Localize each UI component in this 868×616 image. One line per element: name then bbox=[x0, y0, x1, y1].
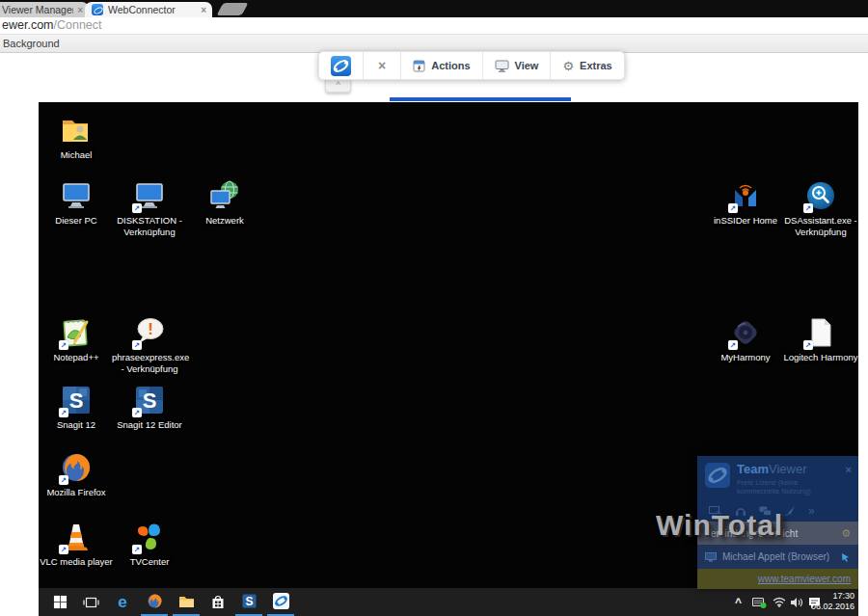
notepadpp-icon: ↗ bbox=[60, 316, 93, 349]
desktop-icon-firefox[interactable]: ↗ Mozilla Firefox bbox=[39, 451, 114, 498]
close-session-button[interactable]: × bbox=[363, 52, 400, 79]
tab-management-console[interactable]: Viewer Managemen × bbox=[0, 2, 89, 17]
tray-expand-button[interactable]: ^ bbox=[735, 588, 742, 616]
desktop-icon-michael[interactable]: Michael bbox=[39, 114, 114, 161]
taskbar: e S bbox=[39, 588, 858, 616]
start-button[interactable] bbox=[46, 588, 73, 616]
toolbar-collapse-tab[interactable]: ^ bbox=[325, 79, 351, 93]
desktop-icon-diskstation[interactable]: ↗ DISKSTATION - Verknüpfung bbox=[112, 179, 187, 237]
icon-label: Logitech Harmony bbox=[783, 352, 858, 363]
icon-label: Michael bbox=[39, 149, 114, 161]
actions-menu-button[interactable]: Actions bbox=[400, 52, 481, 79]
icon-label: VLC media player bbox=[39, 556, 114, 568]
snagit-letter: S bbox=[143, 388, 157, 413]
shortcut-arrow-icon: ↗ bbox=[728, 203, 738, 213]
myharmony-icon: ↗ bbox=[729, 316, 762, 349]
icon-label: TVCenter bbox=[112, 556, 187, 568]
inssider-icon: ↗ bbox=[729, 179, 762, 212]
connection-user-label: Michael Appelt (Browser) bbox=[722, 551, 829, 562]
desktop-icon-vlc[interactable]: ↗ VLC media player bbox=[39, 521, 114, 568]
shortcut-arrow-icon: ↗ bbox=[132, 545, 142, 554]
shortcut-arrow-icon: ↗ bbox=[803, 203, 813, 213]
icon-label: phraseexpress.exe - Verknüpfung bbox=[112, 352, 187, 374]
teamviewer-panel-header: TeamViewer Freie Lizenz (keine kommerzie… bbox=[697, 456, 858, 500]
icon-label: Netzwerk bbox=[187, 215, 262, 227]
task-view-button[interactable] bbox=[77, 588, 104, 616]
desktop-icon-dieser-pc[interactable]: Dieser PC bbox=[39, 179, 114, 227]
shortcut-arrow-icon: ↗ bbox=[132, 340, 142, 350]
desktop-icon-notepadpp[interactable]: ↗ Notepad++ bbox=[39, 316, 114, 363]
actions-icon bbox=[413, 60, 425, 72]
url-path: /Connect bbox=[54, 18, 102, 32]
taskbar-clock[interactable]: 17:30 06.02.2016 bbox=[799, 591, 854, 612]
chevron-up-icon: ^ bbox=[735, 596, 742, 609]
remote-desktop[interactable]: Michael Dieser PC ↗ DISKSTATION - Verknü… bbox=[39, 102, 858, 616]
teamviewer-favicon-icon bbox=[92, 4, 103, 15]
desktop-icon-logitech-harmony[interactable]: ↗ Logitech Harmony bbox=[783, 316, 858, 363]
panel-close-icon[interactable]: × bbox=[846, 464, 852, 475]
network-drive-icon: ↗ bbox=[133, 179, 166, 212]
address-bar[interactable]: ewer.com/Connect bbox=[0, 17, 868, 35]
shortcut-arrow-icon: ↗ bbox=[59, 408, 68, 417]
view-label: View bbox=[515, 60, 539, 71]
tab-webconnector[interactable]: WebConnector × bbox=[85, 2, 212, 17]
desktop-icon-phraseexpress[interactable]: ! ↗ phraseexpress.exe - Verknüpfung bbox=[112, 316, 187, 374]
settings-gear-icon[interactable]: ⚙ bbox=[841, 527, 851, 540]
shortcut-arrow-icon: ↗ bbox=[803, 340, 813, 350]
desktop-icon-netzwerk[interactable]: Netzwerk bbox=[187, 179, 262, 227]
phraseexpress-icon: ! ↗ bbox=[133, 316, 166, 349]
exclaim-glyph: ! bbox=[148, 320, 153, 338]
extras-label: Extras bbox=[580, 60, 612, 71]
user-folder-icon bbox=[60, 114, 93, 147]
icon-label: Snagit 12 Editor bbox=[112, 419, 187, 431]
pc-status-icon bbox=[752, 597, 767, 608]
task-view-icon bbox=[83, 596, 99, 609]
desktop-icon-dsassistant[interactable]: ↗ DSAssistant.exe - Verknüpfung bbox=[783, 179, 858, 237]
connection-user-row[interactable]: Michael Appelt (Browser) bbox=[697, 545, 858, 569]
teamviewer-website-link[interactable]: www.teamviewer.com bbox=[758, 574, 851, 584]
shortcut-arrow-icon: ↗ bbox=[132, 408, 142, 417]
taskbar-teamviewer-button[interactable] bbox=[267, 588, 294, 616]
view-menu-button[interactable]: View bbox=[482, 52, 551, 79]
icon-label: Snagit 12 bbox=[39, 419, 114, 431]
new-tab-button[interactable] bbox=[217, 3, 249, 15]
draw-brush-icon[interactable] bbox=[784, 506, 796, 517]
desktop-icon-snagit12-editor[interactable]: S ↗ Snagit 12 Editor bbox=[112, 384, 187, 431]
icon-label: DSAssistant.exe - Verknüpfung bbox=[783, 215, 858, 237]
teamviewer-panel-logo-icon bbox=[705, 463, 730, 488]
tray-wifi[interactable] bbox=[773, 588, 786, 616]
teamviewer-logo-icon bbox=[331, 56, 351, 76]
desktop-icon-tvcenter[interactable]: ↗ TVCenter bbox=[112, 521, 187, 568]
taskbar-edge-button[interactable]: e bbox=[109, 588, 136, 616]
taskbar-explorer-button[interactable] bbox=[173, 588, 200, 616]
extras-menu-button[interactable]: ⚙ Extras bbox=[550, 52, 623, 79]
taskbar-snagit-button[interactable]: S bbox=[235, 588, 262, 616]
shortcut-arrow-icon: ↗ bbox=[728, 340, 738, 350]
tab-label: WebConnector bbox=[108, 4, 197, 15]
taskbar-store-button[interactable] bbox=[204, 588, 231, 616]
clock-date: 06.02.2016 bbox=[799, 602, 854, 612]
desktop-icon-myharmony[interactable]: ↗ MyHarmony bbox=[708, 316, 783, 363]
close-tab-icon[interactable]: × bbox=[197, 5, 212, 15]
icon-label: inSSIDer Home bbox=[708, 215, 783, 227]
icon-label: Dieser PC bbox=[39, 215, 114, 227]
cursor-arrow-icon bbox=[841, 552, 851, 562]
shortcut-arrow-icon: ↗ bbox=[59, 340, 68, 350]
panel-title: TeamViewer bbox=[737, 463, 811, 475]
shortcut-arrow-icon: ↗ bbox=[59, 475, 68, 485]
desktop-icon-inssider[interactable]: ↗ inSSIDer Home bbox=[708, 179, 783, 227]
browser-tab-strip: Viewer Managemen × WebConnector × bbox=[0, 0, 868, 17]
windows-store-icon bbox=[211, 595, 225, 609]
wifi-icon bbox=[773, 597, 786, 607]
desktop-icon-snagit12[interactable]: S ↗ Snagit 12 bbox=[39, 384, 114, 431]
snagit-letter: S bbox=[69, 388, 84, 413]
wintotal-watermark: WinTotal bbox=[656, 509, 783, 542]
monitor-icon bbox=[495, 60, 509, 72]
more-functions-icon[interactable]: » bbox=[808, 506, 815, 516]
url-domain: ewer.com bbox=[2, 18, 54, 32]
taskbar-firefox-button[interactable] bbox=[141, 588, 168, 616]
tray-network-status[interactable] bbox=[752, 588, 767, 616]
license-text: Freie Lizenz (keine kommerzielle Nutzung… bbox=[737, 478, 811, 495]
teamviewer-logo-button[interactable] bbox=[319, 52, 363, 79]
file-explorer-icon bbox=[178, 595, 195, 608]
